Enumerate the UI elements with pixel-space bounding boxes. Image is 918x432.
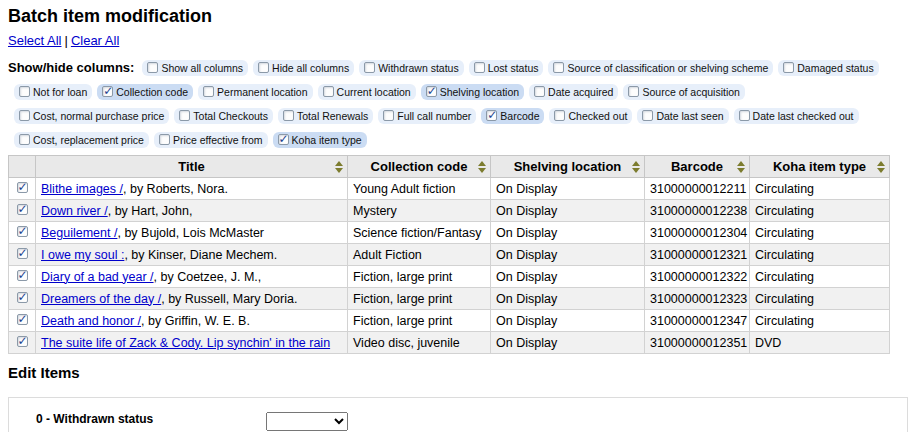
column-header-inner: Barcode: [650, 159, 744, 174]
column-toggle-not-for-loan[interactable]: Not for loan: [14, 84, 92, 100]
title-link[interactable]: Down river /: [41, 204, 108, 218]
sort-down-arrow-icon: [478, 168, 486, 173]
sort-icon[interactable]: [632, 161, 640, 173]
checkbox-icon[interactable]: [628, 86, 639, 97]
checkbox-icon[interactable]: [102, 86, 113, 97]
column-toggle-source-of-acquisition[interactable]: Source of acquisition: [623, 84, 744, 100]
sort-down-arrow-icon: [737, 168, 745, 173]
checkbox-icon[interactable]: [534, 86, 545, 97]
column-toggle-label: Total Renewals: [297, 110, 368, 122]
column-toggle-date-last-checked-out[interactable]: Date last checked out: [734, 108, 859, 124]
checkbox-icon[interactable]: [278, 134, 289, 145]
sort-icon[interactable]: [478, 161, 486, 173]
row-checkbox[interactable]: [17, 204, 28, 215]
table-row: Dreamers of the day /, by Russell, Mary …: [9, 288, 890, 310]
column-toggle-barcode[interactable]: Barcode: [481, 108, 544, 124]
column-toggle-label: Withdrawn status: [378, 62, 459, 74]
column-header-label: Barcode: [671, 159, 723, 174]
column-toggle-label: Date acquired: [548, 86, 613, 98]
checkbox-icon[interactable]: [203, 86, 214, 97]
title-link[interactable]: Diary of a bad year /: [41, 270, 154, 284]
column-toggle-show-all-columns[interactable]: Show all columns: [142, 60, 248, 76]
title-link[interactable]: Death and honor /: [41, 314, 141, 328]
author-suffix: , by Roberts, Nora.: [123, 182, 228, 196]
column-toggle-cost-normal-purchase-price[interactable]: Cost, normal purchase price: [14, 108, 169, 124]
column-header-shelving-location[interactable]: Shelving location: [491, 156, 645, 178]
checkbox-icon[interactable]: [179, 110, 190, 121]
row-checkbox[interactable]: [17, 336, 28, 347]
withdrawn-status-select[interactable]: [266, 412, 348, 431]
checkbox-icon[interactable]: [486, 110, 497, 121]
checkbox-icon[interactable]: [554, 110, 565, 121]
column-toggle-date-acquired[interactable]: Date acquired: [529, 84, 618, 100]
column-header-koha-item-type[interactable]: Koha item type: [750, 156, 890, 178]
title-link[interactable]: The suite life of Zack & Cody. Lip synch…: [41, 336, 330, 350]
sort-icon[interactable]: [737, 161, 745, 173]
checkbox-icon[interactable]: [739, 110, 750, 121]
checkbox-icon[interactable]: [147, 62, 158, 73]
barcode-cell: 31000000012322: [645, 266, 750, 288]
row-checkbox[interactable]: [17, 182, 28, 193]
column-toggle-price-effective-from[interactable]: Price effective from: [154, 132, 268, 148]
row-checkbox-cell: [9, 288, 36, 310]
column-header-barcode[interactable]: Barcode: [645, 156, 750, 178]
column-header-collection-code[interactable]: Collection code: [348, 156, 491, 178]
row-checkbox[interactable]: [17, 270, 28, 281]
title-link[interactable]: Dreamers of the day /: [41, 292, 161, 306]
checkbox-icon[interactable]: [283, 110, 294, 121]
column-toggle-permanent-location[interactable]: Permanent location: [198, 84, 312, 100]
checkbox-icon[interactable]: [383, 110, 394, 121]
row-checkbox[interactable]: [17, 292, 28, 303]
column-toggle-date-last-seen[interactable]: Date last seen: [637, 108, 728, 124]
sort-icon[interactable]: [877, 161, 885, 173]
column-toggle-withdrawn-status[interactable]: Withdrawn status: [359, 60, 464, 76]
item-type-cell: Circulating: [750, 288, 890, 310]
row-checkbox-cell: [9, 222, 36, 244]
column-toggle-total-renewals[interactable]: Total Renewals: [278, 108, 373, 124]
sort-icon[interactable]: [335, 161, 343, 173]
column-header-label: Title: [178, 159, 205, 174]
clear-all-link[interactable]: Clear All: [71, 33, 119, 48]
row-checkbox[interactable]: [17, 314, 28, 325]
column-toggle-koha-item-type[interactable]: Koha item type: [273, 132, 367, 148]
column-toggle-source-of-classification-or-shelving-scheme[interactable]: Source of classification or shelving sch…: [548, 60, 773, 76]
checkbox-icon[interactable]: [642, 110, 653, 121]
column-header-title[interactable]: Title: [36, 156, 348, 178]
title-cell: Dreamers of the day /, by Russell, Mary …: [36, 288, 348, 310]
checkbox-icon[interactable]: [553, 62, 564, 73]
checkbox-icon[interactable]: [426, 86, 437, 97]
select-all-link[interactable]: Select All: [8, 33, 61, 48]
column-toggle-label: Date last checked out: [753, 110, 854, 122]
column-toggle-current-location[interactable]: Current location: [318, 84, 416, 100]
checkbox-icon[interactable]: [19, 86, 30, 97]
checkbox-icon[interactable]: [783, 62, 794, 73]
column-toggle-hide-all-columns[interactable]: Hide all columns: [253, 60, 354, 76]
item-type-cell: Circulating: [750, 178, 890, 200]
column-toggle-damaged-status[interactable]: Damaged status: [778, 60, 878, 76]
column-toggle-checked-out[interactable]: Checked out: [549, 108, 632, 124]
title-link[interactable]: Beguilement /: [41, 226, 117, 240]
column-toggle-total-checkouts[interactable]: Total Checkouts: [174, 108, 273, 124]
checkbox-icon[interactable]: [19, 134, 30, 145]
checkbox-icon[interactable]: [258, 62, 269, 73]
items-table: TitleCollection codeShelving locationBar…: [8, 155, 890, 354]
column-toggle-full-call-number[interactable]: Full call number: [378, 108, 476, 124]
column-toggle-collection-code[interactable]: Collection code: [97, 84, 193, 100]
collection-code-cell: Fiction, large print: [348, 288, 491, 310]
checkbox-icon[interactable]: [323, 86, 334, 97]
column-toggle-label: Source of acquisition: [642, 86, 739, 98]
title-link[interactable]: I owe my soul :: [41, 248, 124, 262]
barcode-cell: 31000000012304: [645, 222, 750, 244]
checkbox-icon[interactable]: [19, 110, 30, 121]
row-checkbox[interactable]: [17, 248, 28, 259]
checkbox-icon[interactable]: [474, 62, 485, 73]
column-toggle-cost-replacement-price[interactable]: Cost, replacement price: [14, 132, 149, 148]
selection-links: Select All|Clear All: [8, 33, 910, 48]
column-toggle-lost-status[interactable]: Lost status: [469, 60, 544, 76]
checkbox-icon[interactable]: [159, 134, 170, 145]
row-checkbox[interactable]: [17, 226, 28, 237]
title-link[interactable]: Blithe images /: [41, 182, 123, 196]
checkbox-icon[interactable]: [364, 62, 375, 73]
barcode-cell: 31000000012211: [645, 178, 750, 200]
column-toggle-shelving-location[interactable]: Shelving location: [421, 84, 524, 100]
